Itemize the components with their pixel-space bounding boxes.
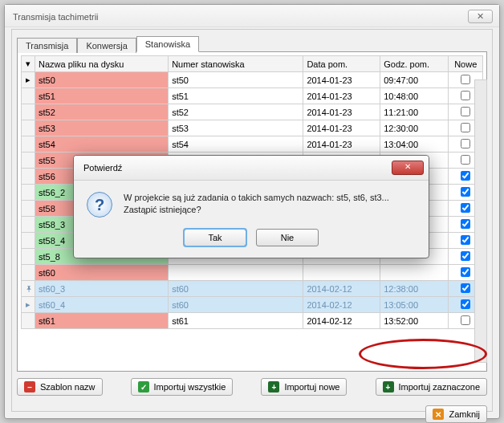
dialog-body: ? W projekcie są już zadania o takich sa…: [74, 181, 429, 224]
cell-time: 12:30:00: [380, 120, 449, 136]
table-row[interactable]: st52st522014-01-2311:21:00: [22, 104, 483, 120]
grid-header-file[interactable]: Nazwa pliku na dysku: [35, 56, 169, 72]
grid-header-new[interactable]: Nowe: [449, 56, 483, 72]
grid-header-date[interactable]: Data pom.: [303, 56, 380, 72]
new-checkbox[interactable]: [461, 267, 470, 277]
dialog-close-button[interactable]: ✕: [392, 161, 424, 175]
cell-time: 11:21:00: [380, 104, 449, 120]
new-checkbox[interactable]: [461, 139, 470, 148]
row-marker: [22, 153, 35, 169]
cell-date: 2014-01-23: [303, 104, 380, 120]
new-checkbox[interactable]: [461, 283, 470, 293]
new-checkbox[interactable]: [461, 171, 470, 181]
close-button[interactable]: ✕ Zamknij: [425, 405, 487, 423]
grid-header-time[interactable]: Godz. pom.: [380, 56, 449, 72]
cell-station: st54: [169, 136, 303, 153]
check-icon: ✓: [138, 381, 149, 392]
tab-konwersja[interactable]: Konwersja: [77, 38, 136, 53]
tab-stanowiska[interactable]: Stanowiska: [136, 36, 199, 52]
new-checkbox[interactable]: [461, 251, 470, 261]
cell-time: [380, 265, 449, 281]
row-marker: [22, 185, 35, 201]
titlebar: Transmisja tachimetrii ✕: [5, 5, 499, 27]
row-marker: [22, 88, 35, 104]
import-all-button[interactable]: ✓ Importuj wszystkie: [131, 378, 234, 396]
minus-icon: –: [24, 381, 35, 392]
cell-station: [169, 265, 303, 281]
new-checkbox[interactable]: [461, 155, 470, 165]
cell-station: st52: [169, 104, 303, 120]
new-checkbox[interactable]: [461, 187, 470, 197]
new-checkbox[interactable]: [461, 203, 470, 213]
table-row[interactable]: st54st542014-01-2313:04:00: [22, 136, 483, 153]
tab-transmisja[interactable]: Transmisja: [17, 38, 77, 53]
dialog-yes-button[interactable]: Tak: [184, 229, 246, 246]
question-icon: ?: [87, 192, 112, 218]
cell-filename: st50: [35, 72, 169, 88]
row-marker: [22, 201, 35, 217]
toolbar: – Szablon nazw ✓ Importuj wszystkie + Im…: [17, 378, 487, 396]
grid-header-station[interactable]: Numer stanowiska: [169, 56, 303, 72]
new-checkbox[interactable]: [461, 219, 470, 229]
dialog-text: W projekcie są już zadania o takich samy…: [124, 192, 389, 218]
table-row[interactable]: ▸st50st502014-01-2309:47:00: [22, 72, 483, 88]
import-new-button[interactable]: + Importuj nowe: [261, 378, 347, 396]
cell-time: 13:04:00: [380, 136, 449, 153]
cell-time: 13:52:00: [380, 313, 449, 329]
dialog-line1: W projekcie są już zadania o takich samy…: [124, 192, 389, 204]
vertical-scrollbar[interactable]: [474, 79, 487, 363]
dialog-title: Potwierdź: [83, 163, 122, 173]
cell-station: st61: [169, 313, 303, 329]
plus-icon: +: [383, 381, 394, 392]
import-selected-button[interactable]: + Importuj zaznaczone: [376, 378, 488, 396]
grid-header-marker[interactable]: ▾: [22, 56, 35, 72]
template-label: Szablon nazw: [40, 382, 96, 392]
close-label: Zamknij: [449, 409, 480, 419]
cell-date: 2014-01-23: [303, 72, 380, 88]
cell-filename: st61: [35, 313, 169, 329]
table-row[interactable]: 🖈st60_3st602014-02-1212:38:00: [22, 281, 483, 297]
cell-filename: st60_4: [35, 297, 169, 313]
cell-date: 2014-01-23: [303, 136, 380, 153]
row-marker: ▸: [22, 297, 35, 313]
bottom-bar: ✕ Zamknij: [17, 405, 487, 423]
cell-time: 13:05:00: [380, 297, 449, 313]
cell-date: 2014-01-23: [303, 120, 380, 136]
confirm-dialog: Potwierdź ✕ ? W projekcie są już zadania…: [73, 155, 429, 258]
cell-filename: st60_3: [35, 281, 169, 297]
dialog-no-button[interactable]: Nie: [256, 229, 319, 246]
cell-station: st50: [169, 72, 303, 88]
new-checkbox[interactable]: [461, 315, 470, 325]
cell-filename: st54: [35, 136, 169, 153]
cell-date: 2014-01-23: [303, 88, 380, 104]
row-marker: [22, 217, 35, 233]
new-checkbox[interactable]: [461, 75, 470, 84]
cell-date: 2014-02-12: [303, 281, 380, 297]
row-marker: [22, 313, 35, 329]
table-row[interactable]: st53st532014-01-2312:30:00: [22, 120, 483, 136]
row-marker: [22, 104, 35, 120]
cell-filename: st51: [35, 88, 169, 104]
new-checkbox[interactable]: [461, 123, 470, 132]
template-names-button[interactable]: – Szablon nazw: [17, 378, 103, 396]
table-row[interactable]: st51st512014-01-2310:48:00: [22, 88, 483, 104]
new-checkbox[interactable]: [461, 91, 470, 100]
row-marker: [22, 120, 35, 136]
cell-date: 2014-02-12: [303, 313, 380, 329]
new-checkbox[interactable]: [461, 235, 470, 245]
cell-date: [303, 265, 380, 281]
table-row[interactable]: st60: [22, 265, 483, 281]
row-marker: 🖈: [22, 281, 35, 297]
table-row[interactable]: ▸st60_4st602014-02-1213:05:00: [22, 297, 483, 313]
dialog-line2: Zastąpić istniejące?: [124, 204, 389, 216]
new-checkbox[interactable]: [461, 107, 470, 116]
new-checkbox[interactable]: [461, 299, 470, 309]
row-marker: ▸: [22, 72, 35, 88]
table-row[interactable]: st61st612014-02-1213:52:00: [22, 313, 483, 329]
window-close-button[interactable]: ✕: [468, 10, 493, 23]
dialog-titlebar: Potwierdź ✕: [74, 156, 429, 181]
import-selected-label: Importuj zaznaczone: [399, 382, 481, 392]
import-all-label: Importuj wszystkie: [154, 382, 226, 392]
cell-date: 2014-02-12: [303, 297, 380, 313]
cell-filename: st53: [35, 120, 169, 136]
